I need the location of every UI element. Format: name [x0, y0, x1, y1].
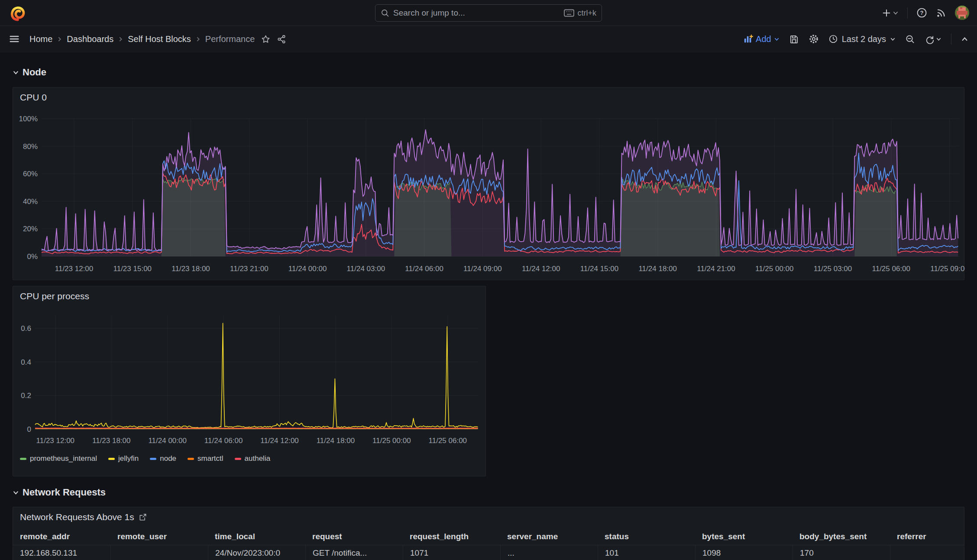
breadcrumb-dashboards[interactable]: Dashboards: [67, 34, 113, 44]
table-column-header[interactable]: remote_user: [110, 528, 208, 545]
chevron-right-icon: [195, 36, 201, 42]
svg-text:11/23 18:00: 11/23 18:00: [171, 265, 210, 273]
cpu0-chart[interactable]: 0%20%40%60%80%100%11/23 12:0011/23 15:00…: [13, 103, 965, 278]
table-cell: [110, 545, 208, 560]
table-column-header[interactable]: body_bytes_sent: [793, 528, 890, 545]
divider: [951, 33, 951, 45]
share-button[interactable]: [277, 34, 287, 44]
table-column-header[interactable]: bytes_sent: [695, 528, 793, 545]
table-column-header[interactable]: server_name: [500, 528, 598, 545]
search-input[interactable]: Search or jump to... ctrl+k: [375, 4, 602, 22]
legend-label: jellyfin: [118, 454, 139, 463]
section-title: Node: [23, 67, 46, 78]
chevron-down-icon: [13, 69, 19, 76]
menu-icon: [9, 33, 20, 45]
panel-cpu0-title[interactable]: CPU 0: [13, 87, 964, 103]
external-link-icon[interactable]: [139, 513, 147, 521]
menu-button[interactable]: [9, 33, 20, 45]
network-requests-table: remote_addrremote_usertime_localrequestr…: [13, 528, 964, 560]
svg-text:0%: 0%: [27, 252, 38, 261]
svg-text:11/24 00:00: 11/24 00:00: [148, 437, 187, 445]
svg-text:11/24 00:00: 11/24 00:00: [288, 265, 327, 273]
table-column-header[interactable]: request: [305, 528, 403, 545]
grafana-logo[interactable]: [10, 5, 26, 21]
svg-text:40%: 40%: [23, 197, 38, 206]
dashboard-settings-button[interactable]: [809, 34, 819, 44]
legend-item-prometheus_internal[interactable]: prometheus_internal: [20, 454, 97, 463]
breadcrumb-folder[interactable]: Self Host Blocks: [128, 34, 191, 44]
divider: [907, 7, 908, 19]
svg-text:11/23 21:00: 11/23 21:00: [230, 265, 269, 273]
table-cell: 24/Nov/2023:00:0: [208, 545, 305, 560]
cpu-per-process-chart[interactable]: 00.20.40.611/23 12:0011/23 18:0011/24 00…: [13, 301, 485, 450]
add-button[interactable]: Add: [744, 34, 780, 44]
svg-text:11/24 21:00: 11/24 21:00: [697, 265, 735, 273]
time-range-picker[interactable]: Last 2 days: [828, 34, 896, 44]
collapse-toolbar-button[interactable]: [961, 36, 968, 43]
news-button[interactable]: [936, 8, 946, 18]
refresh-icon: [925, 34, 935, 44]
legend-label: prometheus_internal: [30, 454, 97, 463]
svg-text:11/24 06:00: 11/24 06:00: [204, 437, 243, 445]
clock-icon: [828, 34, 838, 44]
svg-text:0: 0: [27, 425, 31, 434]
svg-text:11/25 06:00: 11/25 06:00: [872, 265, 910, 273]
table-column-header[interactable]: time_local: [208, 528, 305, 545]
keyboard-icon: [564, 9, 574, 17]
table-cell: 101: [598, 545, 695, 560]
breadcrumb-home[interactable]: Home: [29, 34, 52, 44]
section-header-node[interactable]: Node: [13, 67, 964, 78]
svg-text:100%: 100%: [19, 115, 38, 123]
time-range-label: Last 2 days: [842, 34, 886, 44]
zoom-out-button[interactable]: [905, 34, 915, 44]
svg-text:80%: 80%: [23, 142, 38, 151]
plus-icon: [882, 8, 891, 18]
table-cell: ...: [500, 545, 598, 560]
table-row[interactable]: 192.168.50.13124/Nov/2023:00:0GET /notif…: [13, 545, 964, 560]
table-column-header[interactable]: request_length: [403, 528, 500, 545]
top-navigation: Search or jump to... ctrl+k: [0, 0, 977, 26]
section-title: Network Requests: [23, 487, 106, 498]
legend-item-node[interactable]: node: [150, 454, 176, 463]
legend-item-jellyfin[interactable]: jellyfin: [108, 454, 139, 463]
svg-text:11/25 00:00: 11/25 00:00: [372, 437, 411, 445]
table-header-row: remote_addrremote_usertime_localrequestr…: [13, 528, 964, 545]
legend-color-chip: [188, 458, 194, 460]
legend-color-chip: [20, 458, 26, 460]
legend-label: node: [160, 454, 176, 463]
add-panel-icon: [744, 35, 753, 43]
svg-text:11/24 18:00: 11/24 18:00: [317, 437, 355, 445]
svg-text:0.6: 0.6: [21, 324, 31, 333]
help-button[interactable]: ?: [916, 7, 927, 18]
svg-text:60%: 60%: [23, 170, 38, 178]
user-avatar[interactable]: [955, 6, 969, 20]
legend-color-chip: [108, 458, 115, 460]
table-cell: [890, 545, 964, 560]
legend-item-smartctl[interactable]: smartctl: [188, 454, 223, 463]
svg-text:11/24 03:00: 11/24 03:00: [347, 265, 385, 273]
new-button[interactable]: [882, 8, 899, 18]
table-column-header[interactable]: referrer: [890, 528, 964, 545]
svg-text:20%: 20%: [23, 225, 38, 233]
svg-text:11/23 12:00: 11/23 12:00: [55, 265, 94, 273]
legend-item-authelia[interactable]: authelia: [235, 454, 271, 463]
breadcrumb-bar: Home Dashboards Self Host Blocks Perform…: [0, 26, 977, 52]
save-dashboard-button[interactable]: [789, 34, 799, 44]
search-shortcut: ctrl+k: [564, 9, 596, 18]
legend-color-chip: [150, 458, 156, 460]
legend-label: authelia: [245, 454, 271, 463]
svg-text:11/25 06:00: 11/25 06:00: [429, 437, 467, 445]
table-column-header[interactable]: remote_addr: [13, 528, 110, 545]
favorite-button[interactable]: [261, 34, 271, 44]
table-column-header[interactable]: status: [598, 528, 695, 545]
svg-text:11/24 15:00: 11/24 15:00: [580, 265, 619, 273]
panel-network-requests-title[interactable]: Network Requests Above 1s: [13, 507, 964, 522]
panel-network-requests-table: Network Requests Above 1s remote_addrrem…: [13, 507, 964, 560]
section-header-network-requests[interactable]: Network Requests: [13, 487, 964, 498]
table-cell: 1071: [403, 545, 500, 560]
panel-cpu-per-process-title[interactable]: CPU per process: [13, 286, 485, 301]
chevron-down-icon: [13, 489, 19, 496]
table-cell: GET /notifica...: [305, 545, 403, 560]
refresh-button[interactable]: [925, 34, 941, 44]
svg-text:11/25 00:00: 11/25 00:00: [755, 265, 794, 273]
